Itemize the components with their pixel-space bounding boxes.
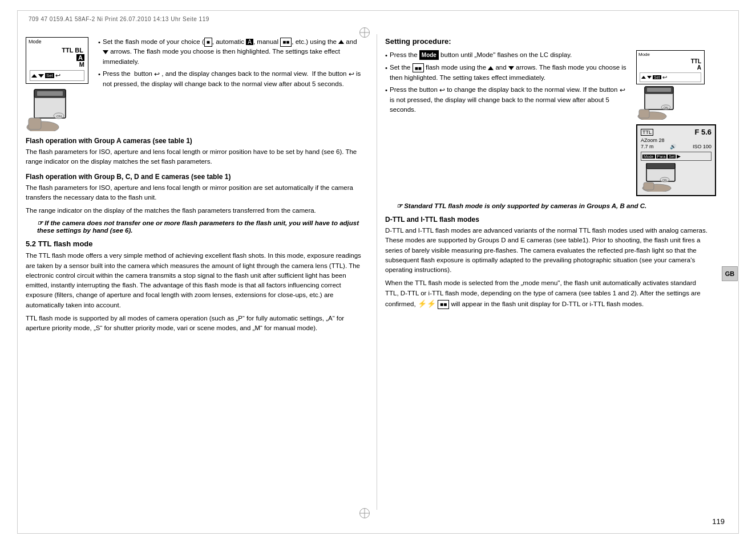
return-arrow-left: ↩ <box>154 69 160 79</box>
flash-unit-left: Mode TTL BL A M Set <box>26 37 91 131</box>
up-arrow-icon <box>31 74 37 78</box>
right-flash-images: Mode TTL A Set ↩ <box>636 50 710 196</box>
svg-text:ON: ON <box>56 115 62 118</box>
down-arrow-icon <box>38 74 44 78</box>
return-arrow-right: ↩ <box>439 85 445 95</box>
svg-rect-2 <box>37 91 63 96</box>
right-column: Setting procedure: • Press the Mode butt… <box>374 31 710 515</box>
dttl-text2: When the TTL flash mode is selected from… <box>385 278 710 309</box>
lcd-distance: 7.7 m <box>641 144 654 149</box>
setting-procedure-title: Setting procedure: <box>385 37 710 46</box>
page-border-left <box>17 10 18 534</box>
right-bullet-1: • Press the Mode button until „Mode" fla… <box>385 50 630 60</box>
flash-body-svg: ON <box>26 88 88 131</box>
page-border-bottom <box>17 533 739 534</box>
svg-rect-6 <box>29 118 41 129</box>
right-flash-unit-top: Mode TTL A Set ↩ <box>636 50 710 120</box>
mode-badge-right: Mode <box>419 50 439 60</box>
ttl-bl-label: TTL BL <box>62 47 84 54</box>
lcd-hand-area: ON <box>641 163 711 193</box>
m-inline-icon: ■■ <box>280 38 292 47</box>
return-icon-small: ↩ <box>662 74 667 80</box>
up-icon-small-right <box>641 76 646 79</box>
ttl-right-inline: ■■ <box>413 63 424 72</box>
dttl-heading: D-TTL and I-TTL flash modes <box>385 216 710 224</box>
ttl-confirm-icon: ■■ <box>438 300 449 309</box>
a-inline-badge: A <box>246 39 253 45</box>
section-52-text1: The TTL flash mode offers a very simple … <box>26 251 362 310</box>
lcd-second-row: AZoom 28 <box>641 137 711 143</box>
lcd-display: TTL F 5.6 AZoom 28 7.7 m 🔊 ISO 100 Mode … <box>636 124 716 196</box>
right-note-standard-ttl: ☞ Standard TTL flash mode is only suppor… <box>385 202 710 210</box>
svg-rect-9 <box>647 88 671 92</box>
dttl-text1: D-TTL and I-TTL flash modes are advanced… <box>385 226 710 275</box>
section-group-b-text1: The flash parameters for ISO, aperture a… <box>26 183 362 203</box>
svg-text:ON: ON <box>662 178 667 182</box>
left-top-bullets: • Set the flash mode of your choice (■, … <box>98 37 362 91</box>
lcd-speaker-icon: 🔊 <box>670 144 676 149</box>
svg-rect-15 <box>646 163 675 169</box>
note-camera-transfer: ☞ If the camera does not transfer one or… <box>26 219 362 234</box>
lcd-arrow-btn: ▶ <box>677 153 681 159</box>
right-bullet-2: • Set the ■■ flash mode using the and ar… <box>385 63 630 83</box>
lcd-third-row: 7.7 m 🔊 ISO 100 <box>641 144 711 149</box>
flash-display-right-top: Mode TTL A Set ↩ <box>636 50 705 84</box>
main-content: Mode TTL BL A M Set <box>26 31 730 515</box>
section-group-a-text: The flash parameters for ISO, aperture a… <box>26 147 362 167</box>
lcd-button-row: Mode Para Sel ▶ <box>641 152 711 161</box>
lcd-para-btn: Para <box>656 155 667 159</box>
page-border-top <box>17 10 739 11</box>
svg-rect-13 <box>639 109 649 118</box>
page-border-right <box>738 10 739 534</box>
section-group-b-heading: Flash operation with Group B, C, D and E… <box>26 173 362 181</box>
bullet-item-1: • Set the flash mode of your choice (■, … <box>98 37 362 67</box>
right-bullet-3: • Press the button ↩ to change the displ… <box>385 85 630 115</box>
up-arrow-inline <box>338 40 344 44</box>
flash-display-container: Mode TTL BL A M Set <box>26 37 362 131</box>
section-group-a-heading: Flash operation with Group A cameras (se… <box>26 137 362 145</box>
lightning-symbol: ⚡⚡ <box>418 299 436 308</box>
svg-rect-19 <box>644 182 654 190</box>
flash-display-box-left: Mode TTL BL A M Set <box>26 37 88 84</box>
right-bullets: • Press the Mode button until „Mode" fla… <box>385 50 630 117</box>
lcd-iso: ISO 100 <box>693 144 711 149</box>
section-52-heading: 5.2 TTL flash mode <box>26 239 362 248</box>
svg-text:ON: ON <box>664 106 668 109</box>
down-arrow-inline <box>103 50 108 54</box>
lcd-azoom: AZoom 28 <box>641 137 665 143</box>
up-arrow-right <box>488 66 494 70</box>
section-52-text2: TTL flash mode is supported by all modes… <box>26 314 362 334</box>
fds-mode-right: Mode <box>638 52 650 57</box>
right-top-section: • Press the Mode button until „Mode" fla… <box>385 50 710 196</box>
bullet-item-2: • Press the button ↩ , and the display c… <box>98 69 362 89</box>
return-arrow-icon-left: ↩ <box>55 72 60 79</box>
lcd-ttl-badge: TTL <box>641 129 653 136</box>
flash-hand-left: ON <box>26 88 88 131</box>
lcd-sel-btn: Sel <box>668 155 676 159</box>
letter-a-badge: A <box>76 54 84 61</box>
flash-hand-right-top: ON <box>636 86 699 120</box>
print-header: 709 47 0159.A1 58AF-2 Ni Print 26.07.201… <box>29 16 209 22</box>
left-column: Mode TTL BL A M Set <box>26 31 374 515</box>
fds-set-label: Set <box>653 75 661 79</box>
section-group-b-text2: The range indicator on the display of th… <box>26 206 362 216</box>
return-arrow-left2: ↩ <box>349 69 354 79</box>
letter-m-label: M <box>79 61 84 68</box>
page-number: 119 <box>712 517 725 526</box>
flash-hand-right-svg: ON <box>636 86 699 120</box>
lcd-hand-svg: ON <box>641 163 709 192</box>
mode-label-left: Mode <box>29 39 42 44</box>
set-label-left: Set <box>45 73 54 78</box>
lcd-f-value: F 5.6 <box>694 128 711 136</box>
ttl-inline-icon: ■ <box>204 38 212 47</box>
down-icon-small-right <box>647 76 652 79</box>
fds-ttl-label: TTL <box>640 58 701 64</box>
fds-a-label: A <box>640 64 701 71</box>
lcd-mode-btn: Mode <box>642 155 655 159</box>
lcd-ttl-row: TTL F 5.6 <box>641 128 711 136</box>
return-arrow-right2: ↩ <box>620 85 625 95</box>
down-arrow-right <box>508 66 514 70</box>
button-row-left: Set ↩ <box>30 70 84 81</box>
fds-btns-right: Set ↩ <box>640 72 701 82</box>
